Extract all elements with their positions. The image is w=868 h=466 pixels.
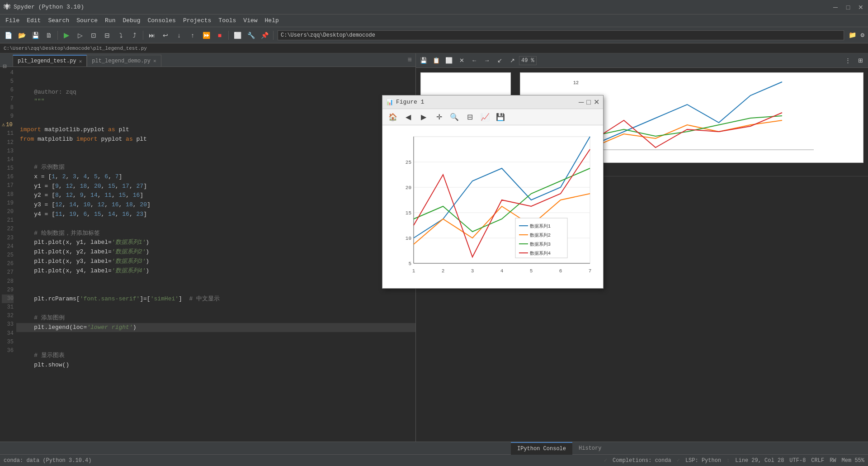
rt-more-button[interactable]: ⋮ — [842, 55, 854, 66]
tab-plt-legend-demo[interactable]: plt_legend_demo.py ✕ — [87, 55, 161, 67]
run-cell-next-button[interactable]: ⊟ — [101, 29, 113, 42]
tab-history[interactable]: History — [572, 442, 608, 455]
menu-view[interactable]: View — [240, 14, 261, 27]
rt-delete-button[interactable]: ✕ — [456, 55, 467, 66]
run-button[interactable]: ▶ — [60, 29, 73, 42]
path-bar: C:\Users\zqq\Desktop\democode — [278, 30, 844, 40]
fig-zoom-button[interactable]: 🔍 — [448, 111, 461, 124]
rt-zoom-button[interactable]: ⬜ — [443, 55, 455, 66]
toolbar: 📄 📂 💾 🗎 ▶ ▷ ⊡ ⊟ ⤵ ⤴ ⏭ ↩ ↓ ↑ ⏩ ■ ⬜ 🔧 📌 C:… — [0, 27, 868, 43]
run-to-line-button[interactable]: ⤵ — [114, 29, 127, 42]
line-numbers: 45678 9 ⚠10 1112131415 1617181920 212223… — [0, 67, 16, 442]
figure-window-buttons: ─ □ ✕ — [579, 98, 599, 106]
figure-titlebar: 📊 Figure 1 ─ □ ✕ — [382, 95, 603, 109]
statusbar: conda: data (Python 3.10.4) ✓ Completion… — [0, 454, 868, 466]
run-selection-button[interactable]: ▷ — [74, 29, 86, 42]
minimize-button[interactable]: ─ — [832, 4, 839, 11]
svg-text:数据系列3: 数据系列3 — [530, 242, 551, 247]
rt-zoom-in-button[interactable]: ↙ — [494, 55, 505, 66]
open-file-button[interactable]: 📂 — [15, 29, 28, 42]
breadcrumb-text: C:\Users\zqq\Desktop\democode\plt_legend… — [4, 46, 147, 51]
fig-save-button[interactable]: 💾 — [494, 111, 507, 124]
completions-status: Completions: conda — [613, 457, 671, 464]
eol-status: CRLF — [811, 457, 824, 464]
rt-zoom-out-button[interactable]: ↗ — [506, 55, 518, 66]
titlebar: 🕷 Spyder (Python 3.10) ─ □ ✕ — [0, 0, 868, 14]
rt-copy-button[interactable]: 📋 — [430, 55, 442, 66]
menu-help[interactable]: Help — [261, 14, 283, 27]
svg-text:数据系列4: 数据系列4 — [530, 251, 551, 256]
fig-home-button[interactable]: 🏠 — [386, 111, 400, 124]
editor-panel: ⊟ plt_legend_test.py ✕ plt_legend_demo.p… — [0, 53, 416, 442]
rt-save-button[interactable]: 💾 — [418, 55, 429, 66]
tab-ipython-console[interactable]: IPython Console — [511, 442, 572, 455]
menu-consoles[interactable]: Consoles — [144, 14, 179, 27]
settings-button[interactable]: 🔧 — [245, 29, 257, 42]
tab-plt-legend-test[interactable]: plt_legend_test.py ✕ — [13, 55, 87, 67]
step-button[interactable]: ↩ — [159, 29, 172, 42]
menu-tools[interactable]: Tools — [215, 14, 240, 27]
svg-text:12: 12 — [573, 81, 579, 86]
right-toolbar: 💾 📋 ⬜ ✕ ← → ↙ ↗ 49 % ⋮ ⊞ — [416, 53, 868, 68]
menu-file[interactable]: File — [2, 14, 23, 27]
tab-history-label: History — [579, 445, 601, 452]
figure-window: 📊 Figure 1 ─ □ ✕ 🏠 ◀ ▶ ✛ 🔍 ⊟ 📈 💾 — [382, 95, 604, 289]
fig-forward-button[interactable]: ▶ — [417, 111, 430, 124]
save-button[interactable]: 💾 — [29, 29, 42, 42]
menu-run[interactable]: Run — [101, 14, 119, 27]
rt-expand-button[interactable]: ⊞ — [854, 55, 866, 66]
step-out-button[interactable]: ↑ — [186, 29, 199, 42]
svg-text:5: 5 — [408, 261, 411, 266]
rt-prev-button[interactable]: ← — [468, 55, 480, 66]
maximize-button[interactable]: □ — [844, 4, 852, 11]
tab-close-2[interactable]: ✕ — [153, 58, 156, 64]
maximize-pane-button[interactable]: ⬜ — [231, 29, 244, 42]
svg-text:3: 3 — [471, 268, 474, 274]
stop-button[interactable]: ■ — [213, 29, 226, 42]
expand-tabs-icon[interactable]: ⊟ — [3, 62, 6, 70]
svg-text:15: 15 — [406, 210, 411, 216]
tab-close-1[interactable]: ✕ — [79, 58, 82, 64]
encoding-status: UTF-8 — [789, 457, 806, 464]
menu-source[interactable]: Source — [73, 14, 101, 27]
continue-button[interactable]: ⏭ — [146, 29, 158, 42]
svg-text:6: 6 — [559, 268, 562, 274]
menu-projects[interactable]: Projects — [179, 14, 215, 27]
conda-status: conda: data (Python 3.10.4) — [4, 457, 91, 464]
pin-button[interactable]: 📌 — [258, 29, 271, 42]
figure-minimize-button[interactable]: ─ — [579, 98, 584, 106]
svg-text:20: 20 — [406, 185, 411, 190]
fig-edit-button[interactable]: 📈 — [478, 111, 492, 124]
menu-search[interactable]: Search — [44, 14, 73, 27]
zoom-display: 49 % — [519, 56, 537, 65]
code-area: 45678 9 ⚠10 1112131415 1617181920 212223… — [0, 67, 415, 442]
tab-menu-button[interactable]: ≡ — [404, 56, 415, 64]
code-content[interactable]: @author: zqq """ import matplotlib.pyplo… — [16, 67, 415, 442]
run-from-line-button[interactable]: ⤴ — [128, 29, 141, 42]
tab-ipython-label: IPython Console — [517, 446, 566, 452]
tab-label-1: plt_legend_test.py — [18, 58, 76, 64]
options-button[interactable]: ⚙ — [859, 31, 866, 39]
fig-pan-button[interactable]: ✛ — [432, 111, 446, 124]
menu-edit[interactable]: Edit — [23, 14, 44, 27]
rw-status: RW — [830, 457, 836, 464]
close-button[interactable]: ✕ — [857, 4, 864, 11]
skip-button[interactable]: ⏩ — [200, 29, 212, 42]
figure-maximize-button[interactable]: □ — [586, 98, 591, 106]
run-cell-button[interactable]: ⊡ — [87, 29, 100, 42]
rt-next-button[interactable]: → — [481, 55, 493, 66]
save-as-button[interactable]: 🗎 — [42, 29, 55, 42]
bottom-tabs: IPython Console History — [0, 442, 868, 454]
mem-status: Mem 55% — [842, 457, 864, 464]
fig-configure-button[interactable]: ⊟ — [463, 111, 476, 124]
figure-close-button[interactable]: ✕ — [594, 98, 599, 106]
new-file-button[interactable]: 📄 — [2, 29, 14, 42]
step-into-button[interactable]: ↓ — [173, 29, 185, 42]
warning-icon: ⚠ — [2, 121, 5, 129]
svg-text:7: 7 — [589, 268, 592, 274]
fig-back-button[interactable]: ◀ — [401, 111, 415, 124]
browse-button[interactable]: 📁 — [847, 31, 858, 39]
menu-debug[interactable]: Debug — [119, 14, 144, 27]
svg-text:2: 2 — [442, 268, 445, 274]
svg-text:5: 5 — [530, 268, 533, 274]
